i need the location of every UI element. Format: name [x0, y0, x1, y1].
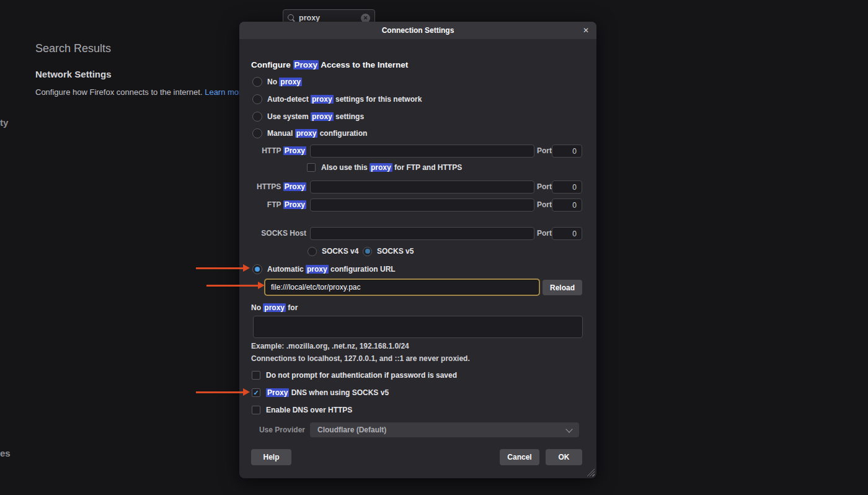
radio-icon[interactable] — [363, 247, 372, 256]
radio-icon[interactable] — [252, 77, 262, 87]
radio-auto-detect-proxy[interactable]: Auto-detect proxy settings for this netw… — [252, 94, 596, 104]
h: Proxy — [283, 146, 306, 155]
search-input[interactable] — [299, 14, 357, 22]
checkbox-label: Enable DNS over HTTPS — [266, 406, 352, 414]
configure-proxy-heading: Configure Proxy Access to the Internet — [251, 60, 596, 69]
https-port-input[interactable] — [552, 181, 582, 194]
chevron-down-icon — [565, 426, 572, 432]
use-provider-row: Use Provider Cloudflare (Default) — [239, 422, 596, 437]
t: HTTPS — [257, 182, 283, 191]
socks-port-input[interactable] — [552, 227, 582, 240]
no-proxy-for-textarea[interactable] — [253, 316, 583, 338]
https-port-label: Port — [537, 181, 552, 194]
network-settings-description: Configure how Firefox connects to the in… — [35, 87, 241, 97]
arrow-to-automatic-proxy-radio — [196, 267, 243, 269]
radio-icon[interactable] — [252, 264, 262, 274]
proxy-url-input[interactable] — [265, 280, 539, 295]
cancel-button[interactable]: Cancel — [500, 449, 539, 465]
t: No — [267, 78, 279, 86]
t: Automatic — [267, 265, 306, 274]
https-proxy-label: HTTPS Proxy — [251, 181, 306, 194]
socks-host-label: SOCKS Host — [251, 227, 306, 240]
radio-icon[interactable] — [252, 112, 262, 122]
radio-icon[interactable] — [252, 128, 262, 138]
t2: for FTP and HTTPS — [392, 163, 462, 172]
provider-dropdown[interactable]: Cloudflare (Default) — [310, 422, 579, 437]
search-icon — [288, 14, 295, 22]
http-port-input[interactable] — [552, 145, 582, 158]
help-button[interactable]: Help — [251, 449, 291, 465]
h: proxy — [311, 112, 334, 121]
sidebar-item-extensions-themes-fragment[interactable]: es — [0, 448, 11, 458]
https-proxy-input[interactable] — [310, 181, 534, 194]
h: Proxy — [266, 388, 289, 397]
screen: ty es Search Results Network Settings Co… — [0, 0, 868, 495]
enable-doh-checkbox-row[interactable]: Enable DNS over HTTPS — [252, 406, 596, 414]
radio-label: Manual proxy configuration — [267, 129, 367, 138]
t: FTP — [267, 200, 283, 209]
checkbox-icon[interactable] — [307, 163, 316, 172]
connection-settings-dialog: Connection Settings ✕ Configure Proxy Ac… — [239, 22, 596, 478]
checkbox-label: Also use this proxy for FTP and HTTPS — [321, 163, 462, 172]
h: proxy — [370, 163, 392, 172]
socks-host-input[interactable] — [310, 227, 534, 240]
radio-icon[interactable] — [308, 247, 317, 256]
h: proxy — [311, 95, 334, 104]
ftp-proxy-label: FTP Proxy — [251, 198, 306, 212]
no-prompt-auth-checkbox-row[interactable]: Do not prompt for authentication if pass… — [252, 371, 596, 380]
http-proxy-input[interactable] — [310, 145, 534, 158]
radio-socks-v5[interactable]: SOCKS v5 — [363, 246, 596, 256]
radio-manual-proxy[interactable]: Manual proxy configuration — [252, 128, 596, 138]
t2: DNS when using SOCKS v5 — [289, 388, 389, 397]
proxy-dns-socks5-checkbox-row[interactable]: ✓ Proxy DNS when using SOCKS v5 — [252, 388, 596, 397]
ftp-proxy-input[interactable] — [310, 198, 534, 212]
h: proxy — [279, 78, 302, 86]
radio-no-proxy[interactable]: No proxy — [252, 77, 596, 87]
radio-label: Use system proxy settings — [267, 112, 364, 121]
radio-automatic-proxy-url[interactable]: Automatic proxy configuration URL — [252, 264, 596, 274]
also-use-proxy-checkbox-row[interactable]: Also use this proxy for FTP and HTTPS — [307, 163, 596, 172]
checkbox-icon[interactable] — [252, 406, 260, 414]
h: Proxy — [283, 200, 306, 209]
example-note: Example: .mozilla.org, .net.nz, 192.168.… — [251, 342, 596, 350]
resize-grip[interactable] — [587, 468, 595, 476]
t: Do not prompt for authentication if pass… — [266, 371, 457, 380]
close-icon[interactable]: ✕ — [583, 22, 589, 39]
description-text: Configure how Firefox connects to the in… — [35, 87, 203, 97]
h: proxy — [295, 129, 318, 138]
sidebar-item-privacy-security-fragment[interactable]: ty — [0, 117, 8, 128]
reload-button[interactable]: Reload — [542, 280, 582, 295]
dialog-footer: Help Cancel OK — [239, 449, 596, 465]
h: proxy — [263, 303, 286, 312]
ok-button[interactable]: OK — [546, 449, 582, 465]
radio-label: Auto-detect proxy settings for this netw… — [267, 95, 422, 104]
ftp-proxy-row: FTP Proxy Port — [239, 198, 596, 212]
t2: settings — [334, 112, 364, 121]
t: HTTP — [262, 146, 283, 155]
t: Also use this — [321, 163, 370, 172]
t: Use system — [267, 112, 311, 121]
heading-text-post: Access to the Internet — [319, 60, 408, 69]
checkbox-checked-icon[interactable]: ✓ — [252, 388, 260, 397]
radio-system-proxy[interactable]: Use system proxy settings — [252, 112, 596, 122]
dialog-title: Connection Settings — [239, 22, 596, 39]
checkbox-label: Do not prompt for authentication if pass… — [266, 371, 457, 380]
http-proxy-label: HTTP Proxy — [251, 145, 306, 158]
http-proxy-row: HTTP Proxy Port — [239, 145, 596, 158]
t2: for — [286, 303, 298, 312]
ftp-port-label: Port — [537, 198, 552, 212]
search-results-heading: Search Results — [35, 42, 111, 55]
socks-host-row: SOCKS Host Port — [239, 227, 596, 240]
learn-more-link[interactable]: Learn mor — [205, 87, 241, 97]
network-settings-heading: Network Settings — [35, 69, 112, 79]
heading-text: Configure — [251, 60, 293, 69]
checkbox-label: Proxy DNS when using SOCKS v5 — [266, 388, 389, 397]
https-proxy-row: HTTPS Proxy Port — [239, 181, 596, 194]
t2: configuration — [317, 129, 367, 138]
use-provider-label: Use Provider — [251, 422, 305, 437]
no-proxy-for-label: No proxy for — [251, 303, 596, 312]
ftp-port-input[interactable] — [552, 198, 582, 212]
checkbox-icon[interactable] — [252, 371, 260, 380]
radio-icon[interactable] — [252, 94, 262, 104]
http-port-label: Port — [537, 145, 552, 158]
